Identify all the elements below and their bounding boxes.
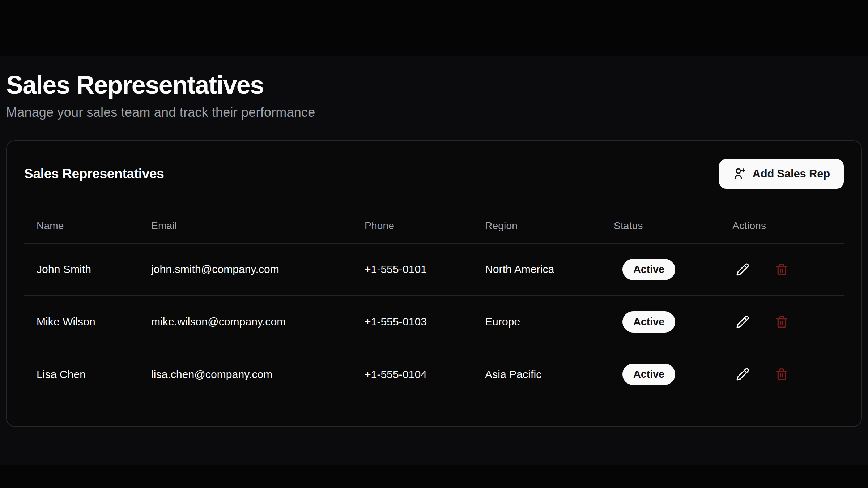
trash-icon	[775, 368, 788, 381]
delete-button[interactable]	[771, 364, 792, 385]
rep-region: Asia Pacific	[473, 348, 601, 401]
edit-button[interactable]	[732, 259, 753, 279]
trash-icon	[775, 263, 788, 276]
table-row: Lisa Chen lisa.chen@company.com +1-555-0…	[24, 348, 844, 401]
delete-button[interactable]	[771, 259, 792, 279]
table-row: John Smith john.smith@company.com +1-555…	[24, 243, 844, 296]
rep-email: lisa.chen@company.com	[139, 348, 352, 401]
status-badge: Active	[622, 259, 675, 280]
add-sales-rep-button[interactable]: Add Sales Rep	[719, 159, 844, 189]
sales-reps-card: Sales Representatives Add Sales Rep	[6, 140, 862, 427]
page-subtitle: Manage your sales team and track their p…	[6, 105, 862, 120]
status-badge: Active	[622, 311, 675, 333]
column-header-name: Name	[24, 209, 139, 243]
page-title: Sales Representatives	[6, 70, 862, 100]
delete-button[interactable]	[771, 312, 792, 332]
rep-email: john.smith@company.com	[139, 243, 352, 296]
column-header-region: Region	[473, 209, 601, 243]
column-header-email: Email	[139, 209, 352, 243]
page-header: Sales Representatives Manage your sales …	[0, 56, 868, 120]
user-plus-icon	[733, 167, 746, 180]
table-row: Mike Wilson mike.wilson@company.com +1-5…	[24, 296, 844, 348]
rep-phone: +1-555-0103	[352, 296, 473, 348]
sales-reps-table: Name Email Phone Region Status Actions J…	[24, 209, 844, 401]
rep-email: mike.wilson@company.com	[139, 296, 352, 348]
column-header-status: Status	[601, 209, 720, 243]
rep-phone: +1-555-0104	[352, 348, 473, 401]
rep-name: John Smith	[24, 243, 139, 296]
edit-button[interactable]	[732, 312, 753, 332]
pencil-icon	[736, 263, 749, 276]
column-header-actions: Actions	[720, 209, 844, 243]
status-badge: Active	[622, 364, 675, 385]
rep-region: Europe	[473, 296, 601, 348]
trash-icon	[775, 316, 788, 328]
rep-region: North America	[473, 243, 601, 296]
table-header-row: Name Email Phone Region Status Actions	[24, 209, 844, 243]
pencil-icon	[736, 368, 749, 381]
app-viewport: Sales Representatives Manage your sales …	[0, 56, 868, 465]
rep-phone: +1-555-0101	[352, 243, 473, 296]
card-header: Sales Representatives Add Sales Rep	[24, 159, 844, 189]
add-sales-rep-label: Add Sales Rep	[753, 167, 830, 180]
rep-name: Mike Wilson	[24, 296, 139, 348]
edit-button[interactable]	[732, 364, 753, 385]
rep-name: Lisa Chen	[24, 348, 139, 401]
card-title: Sales Representatives	[24, 166, 164, 181]
pencil-icon	[736, 315, 749, 329]
column-header-phone: Phone	[352, 209, 473, 243]
